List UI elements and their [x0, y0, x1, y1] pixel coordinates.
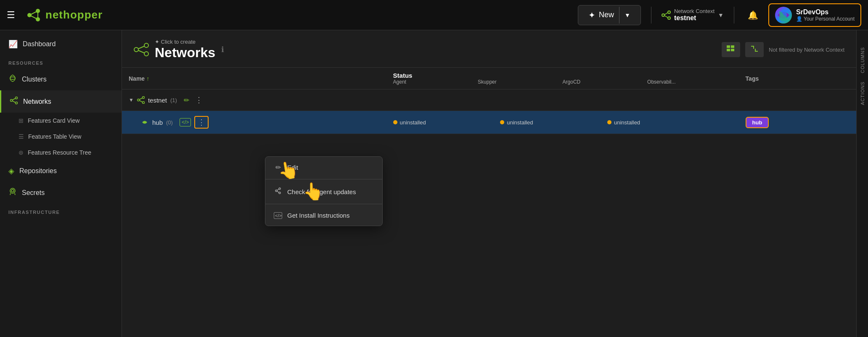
infrastructure-section-label: INFRASTRUCTURE: [0, 204, 122, 217]
table-header-row: Name ↑ Status Agent Skupper ArgoCD Obser…: [122, 68, 856, 90]
grid-view-button[interactable]: [722, 42, 740, 57]
network-name: testnet: [148, 97, 167, 104]
agent-status-text: uninstalled: [400, 119, 426, 126]
install-icon: </>: [274, 212, 282, 219]
svg-point-33: [142, 102, 144, 104]
network-count: (1): [170, 97, 177, 103]
svg-point-18: [11, 190, 14, 192]
table-row: ▼ testnet (1): [122, 90, 856, 111]
context-menu-install[interactable]: </> Get Install Instructions: [265, 205, 382, 226]
hamburger-menu[interactable]: ☰: [7, 10, 15, 21]
svg-point-8: [668, 17, 670, 19]
cluster-name: hub: [152, 119, 163, 126]
secrets-icon: [8, 187, 17, 198]
edit-icon: ✏: [274, 163, 282, 171]
features-table-icon: ☰: [19, 133, 24, 140]
svg-point-37: [275, 190, 277, 192]
skupper-status-dot: [500, 120, 504, 124]
info-icon[interactable]: ℹ: [221, 45, 224, 54]
resources-section-label: RESOURCES: [0, 55, 122, 68]
expand-arrow-icon[interactable]: ▼: [129, 97, 134, 103]
svg-point-38: [279, 188, 281, 190]
agent-check-icon: [274, 187, 282, 196]
sort-arrow-icon: ↑: [146, 75, 149, 82]
svg-rect-30: [731, 49, 734, 51]
network-three-dots[interactable]: ⋮: [193, 95, 205, 105]
user-account-area[interactable]: SrDevOps 👤 Your Personal Account: [768, 3, 861, 27]
page-title: Networks: [155, 45, 215, 61]
edit-network-icon[interactable]: ✏: [184, 96, 189, 104]
svg-point-13: [11, 100, 13, 102]
context-menu-edit[interactable]: ✏ Edit: [265, 157, 382, 178]
argocd-status-dot: [607, 120, 611, 124]
content-area: ✦ Click to create Networks ℹ: [122, 30, 856, 337]
network-context-selector[interactable]: Network Context testnet ▼: [662, 8, 724, 22]
svg-point-19: [10, 188, 15, 193]
nav-divider-2: [734, 7, 734, 24]
create-hint[interactable]: ✦ Click to create: [155, 39, 215, 45]
network-row-icon: [137, 96, 145, 104]
context-menu-divider-2: [265, 204, 382, 204]
tags-cell: hub: [739, 111, 856, 134]
svg-line-16: [13, 98, 16, 100]
user-subtitle: 👤 Your Personal Account: [796, 16, 855, 22]
clusters-icon: [8, 74, 17, 84]
sidebar-item-secrets[interactable]: Secrets: [0, 182, 122, 204]
sidebar-label-features-table: Features Table View: [28, 133, 81, 140]
svg-point-14: [16, 97, 18, 99]
sidebar-item-features-resource-tree[interactable]: ⊛ Features Resource Tree: [0, 145, 122, 161]
sidebar-label-features-card: Features Card View: [28, 117, 79, 124]
svg-point-22: [134, 47, 138, 52]
sidebar-item-clusters[interactable]: Clusters: [0, 68, 122, 90]
argocd-status-text: uninstalled: [614, 119, 640, 126]
svg-point-31: [137, 99, 139, 101]
agent-status-dot: [393, 120, 397, 124]
networks-table: Name ↑ Status Agent Skupper ArgoCD Obser…: [122, 68, 856, 134]
sidebar-item-features-table[interactable]: ☰ Features Table View: [0, 129, 122, 145]
content-title-area: ✦ Click to create Networks ℹ: [134, 39, 224, 61]
col-observability-label: Observabil...: [647, 79, 732, 85]
context-menu-check-agent[interactable]: Check for agent updates: [265, 180, 382, 203]
networks-table-container: Name ↑ Status Agent Skupper ArgoCD Obser…: [122, 68, 856, 337]
dashboard-icon: 📈: [8, 39, 18, 49]
sidebar-label-secrets: Secrets: [22, 189, 45, 197]
svg-point-36: [143, 121, 147, 124]
svg-line-41: [277, 191, 279, 192]
svg-point-39: [279, 192, 281, 194]
nav-divider-1: [651, 7, 651, 24]
cluster-three-dots[interactable]: ⋮: [194, 116, 209, 129]
check-agent-label: Check for agent updates: [287, 188, 356, 195]
sidebar-item-features-card[interactable]: ⊞ Features Card View: [0, 113, 122, 129]
new-button[interactable]: ✦ New ▼: [578, 5, 641, 25]
col-header-status: Status Agent Skupper ArgoCD Observabil..…: [386, 68, 739, 90]
expand-view-button[interactable]: [745, 42, 764, 57]
cluster-code-icon[interactable]: </>: [180, 118, 191, 126]
context-menu: ✏ Edit Check for agent updates: [265, 156, 383, 226]
actions-tab[interactable]: Actions: [860, 82, 865, 105]
svg-rect-28: [731, 45, 734, 48]
sidebar-item-repositories[interactable]: ◈ Repositories: [0, 161, 122, 182]
svg-point-23: [144, 43, 148, 47]
right-sidebar: Columns Actions: [856, 30, 868, 337]
svg-line-20: [10, 193, 11, 195]
network-ctx-text: Network Context testnet: [674, 8, 715, 22]
svg-line-3: [29, 11, 38, 15]
sidebar-item-dashboard[interactable]: 📈 Dashboard: [0, 34, 122, 55]
columns-tab[interactable]: Columns: [860, 47, 865, 73]
network-tags-cell: [739, 90, 856, 111]
svg-point-15: [16, 102, 18, 104]
hub-tag-badge: hub: [746, 117, 769, 128]
sidebar-label-dashboard: Dashboard: [23, 40, 56, 48]
user-info: SrDevOps 👤 Your Personal Account: [796, 8, 855, 22]
svg-point-24: [144, 52, 148, 56]
sidebar-item-networks[interactable]: Networks: [0, 90, 122, 113]
network-ctx-value: testnet: [674, 14, 715, 22]
notification-bell[interactable]: 🔔: [748, 10, 758, 20]
network-action-icons: ✏ ⋮: [184, 95, 205, 105]
svg-line-9: [664, 13, 668, 15]
networks-header-icon: [134, 42, 149, 57]
context-menu-divider-1: [265, 179, 382, 179]
observability-status-cell: [708, 111, 739, 134]
sidebar: 📈 Dashboard RESOURCES Clusters Networks: [0, 30, 122, 337]
user-avatar: [775, 7, 792, 24]
